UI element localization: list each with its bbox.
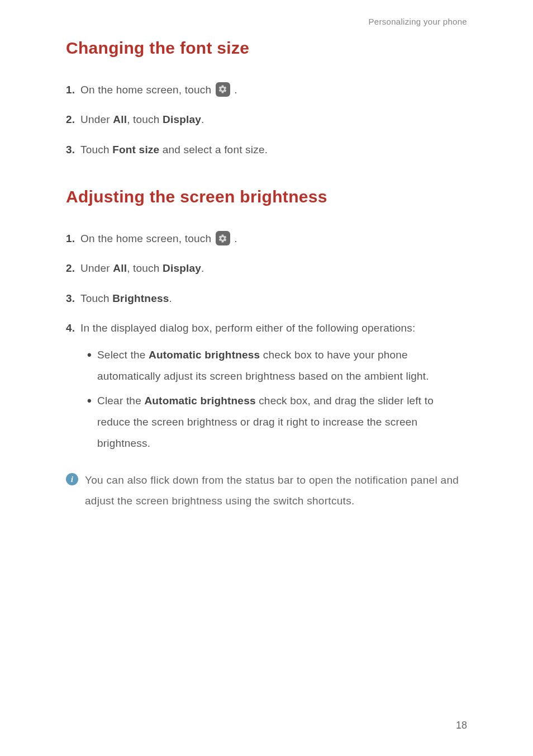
step-number: 1. — [66, 230, 80, 247]
step-body: Touch Brightness. — [80, 290, 467, 307]
step-bold: Display — [163, 114, 201, 125]
step-bold: Font size — [112, 144, 159, 155]
step-text: On the home screen, touch — [80, 233, 215, 244]
step-font-1: 1. On the home screen, touch . — [66, 81, 467, 98]
page-number: 18 — [456, 720, 467, 731]
info-text: You can also flick down from the status … — [85, 470, 467, 511]
step-text: , touch — [127, 262, 163, 274]
settings-icon — [216, 231, 230, 245]
step-text: and select a font size. — [159, 144, 268, 155]
step-font-2: 2. Under All, touch Display. — [66, 111, 467, 128]
step-bold: All — [113, 114, 127, 125]
step-body: On the home screen, touch . — [80, 81, 467, 98]
step-text: . — [234, 84, 237, 96]
step-brightness-2: 2. Under All, touch Display. — [66, 259, 467, 277]
section-title-brightness: Adjusting the screen brightness — [66, 187, 467, 206]
step-text: . — [169, 292, 172, 304]
step-brightness-1: 1. On the home screen, touch . — [66, 230, 467, 247]
chapter-hint: Personalizing your phone — [66, 17, 467, 26]
step-text: Touch — [80, 292, 112, 304]
step-body: Under All, touch Display. — [80, 111, 467, 128]
step-font-3: 3. Touch Font size and select a font siz… — [66, 141, 467, 158]
step-body: Touch Font size and select a font size. — [80, 141, 467, 158]
step-lead: In the displayed dialog box, perform eit… — [80, 322, 416, 334]
step-number: 3. — [66, 141, 80, 158]
step-text: Touch — [80, 144, 112, 155]
step-number: 4. — [66, 319, 80, 337]
step-text: . — [201, 262, 204, 274]
step-text: . — [201, 114, 204, 125]
step-bold: All — [113, 262, 127, 274]
step-number: 1. — [66, 81, 80, 98]
section-title-font-size: Changing the font size — [66, 39, 467, 58]
info-note: i You can also flick down from the statu… — [66, 470, 467, 511]
step-text: Under — [80, 114, 113, 125]
bullet-text: Select the Automatic brightness check bo… — [97, 344, 467, 387]
step-number: 2. — [66, 111, 80, 128]
step-text: . — [234, 233, 237, 244]
step-bold: Brightness — [112, 292, 169, 304]
step-bold: Display — [163, 262, 201, 274]
bullet-text: Clear the Automatic brightness check box… — [97, 390, 467, 454]
step-body: In the displayed dialog box, perform eit… — [80, 319, 467, 457]
info-glyph: i — [66, 473, 78, 485]
bullet-list: • Select the Automatic brightness check … — [80, 344, 467, 454]
bullet-fragment: Clear the — [97, 395, 144, 407]
step-text: On the home screen, touch — [80, 84, 215, 96]
step-text: Under — [80, 262, 113, 274]
bullet-fragment: Select the — [97, 349, 149, 361]
step-body: Under All, touch Display. — [80, 259, 467, 277]
document-page: Personalizing your phone Changing the fo… — [0, 0, 533, 512]
bullet-dot-icon: • — [87, 343, 97, 385]
step-number: 3. — [66, 290, 80, 307]
info-icon: i — [66, 470, 85, 511]
bullet-bold: Automatic brightness — [144, 395, 255, 407]
step-text: , touch — [127, 114, 163, 125]
settings-icon — [216, 82, 230, 97]
bullet-dot-icon: • — [87, 389, 97, 452]
step-number: 2. — [66, 259, 80, 277]
step-brightness-3: 3. Touch Brightness. — [66, 290, 467, 307]
bullet-item: • Clear the Automatic brightness check b… — [87, 390, 467, 454]
step-brightness-4: 4. In the displayed dialog box, perform … — [66, 319, 467, 457]
bullet-item: • Select the Automatic brightness check … — [87, 344, 467, 387]
bullet-bold: Automatic brightness — [149, 349, 260, 361]
step-body: On the home screen, touch . — [80, 230, 467, 247]
